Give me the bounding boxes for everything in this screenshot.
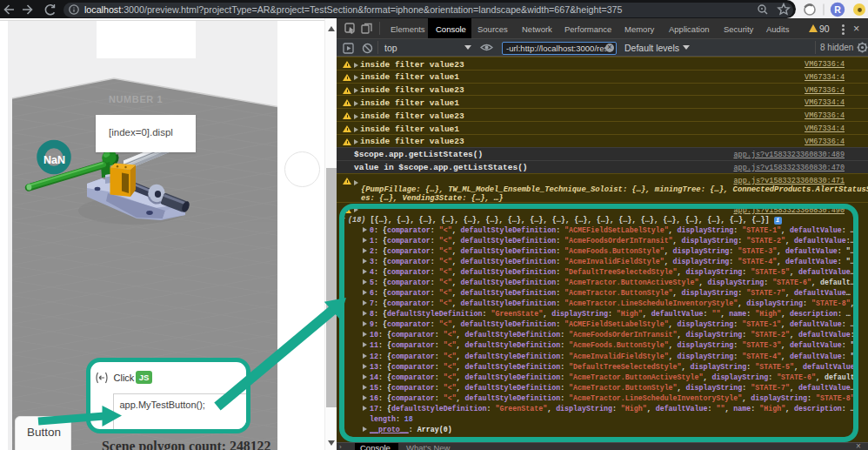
svg-text:R: R bbox=[834, 4, 841, 15]
